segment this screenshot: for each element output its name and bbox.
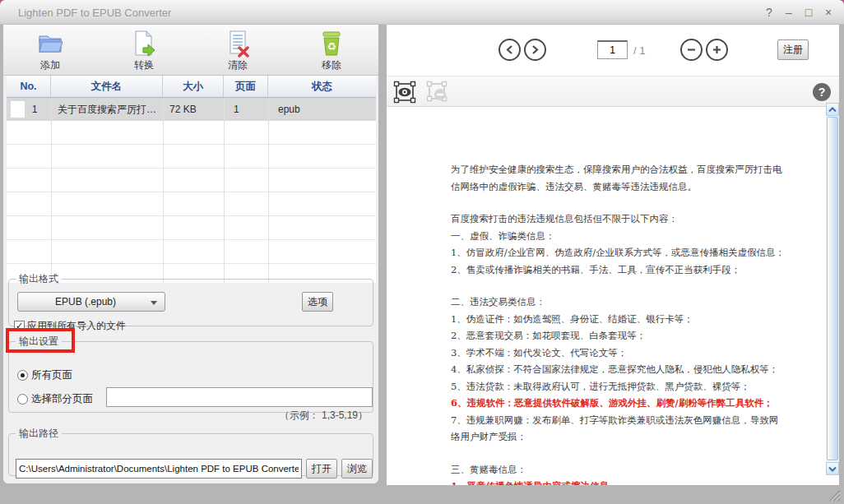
title-bar: Lighten PDF to EPUB Converter ? – □ × — [0, 0, 844, 25]
minimize-button[interactable]: – — [781, 4, 796, 21]
chevron-down-icon — [151, 301, 157, 305]
help-icon[interactable]: ? — [813, 83, 831, 101]
add-folder-icon — [35, 30, 65, 58]
document-line: 3、学术不端：如代发论文、代写论文等； — [451, 344, 780, 362]
output-path-input[interactable] — [16, 459, 302, 479]
document-line: 三、黄赌毒信息： — [451, 461, 780, 479]
column-separator — [224, 98, 225, 283]
output-path-group: 输出路径 打开 浏览 — [8, 427, 373, 476]
add-button[interactable]: 添加 — [3, 25, 97, 75]
radio-unselected-icon[interactable] — [17, 394, 28, 405]
document-line: 7、违规兼职网赚：发布刷单、打字等欺诈类兼职或违法灰色网赚信息，导致网 — [451, 412, 780, 429]
add-button-label: 添加 — [40, 58, 60, 72]
remove-icon: ♻ — [317, 30, 346, 58]
chevron-right-icon — [530, 44, 540, 55]
resize-grip-icon[interactable] — [828, 488, 841, 502]
document-line: 1、恶意传播色情诱导内容或擦边信息 — [451, 478, 780, 485]
remove-button-label: 移除 — [322, 58, 341, 72]
cell-status: epub — [268, 104, 376, 115]
preview-nav-bar: / 1 注册 — [387, 25, 839, 76]
table-row[interactable]: 1 关于百度搜索严厉打… 72 KB 1 epub — [7, 98, 376, 121]
column-header-filename: 文件名 — [51, 76, 163, 97]
column-header-status: 状态 — [268, 76, 376, 97]
page-range-example-hint: （示例： 1,3-5,19） — [280, 409, 368, 423]
all-pages-label: 所有页面 — [31, 368, 72, 382]
register-button[interactable]: 注册 — [777, 39, 809, 60]
cell-pages: 1 — [224, 104, 268, 115]
clear-button[interactable]: 清除 — [191, 25, 285, 75]
document-line: 百度搜索打击的违法违规信息包括但不限于以下内容： — [451, 210, 780, 228]
partial-pages-label: 选择部分页面 — [31, 392, 93, 406]
row-indicator — [11, 101, 25, 118]
page-range-input[interactable] — [106, 387, 373, 407]
eye-selection-icon — [393, 81, 416, 104]
cell-size: 72 KB — [163, 104, 224, 115]
output-format-group: 输出格式 EPUB (.epub) 选项 ✓ 应用到所有导入的文件 — [8, 272, 373, 326]
selection-toolbar: ? — [387, 76, 839, 107]
pdf-preview-page: 为了维护安全健康的搜索生态，保障搜索用户的合法权益，百度搜索严厉打击电信网络中的… — [387, 107, 826, 485]
document-line: 2、售卖或传播诈骗相关的书籍、手法、工具，宣传不正当获利手段； — [451, 261, 780, 279]
page-number-input[interactable] — [597, 40, 628, 59]
column-header-no: No. — [7, 76, 51, 97]
converter-panel: 添加 转换 — [3, 25, 378, 483]
page-total-label: / 1 — [633, 44, 645, 57]
zoom-out-button[interactable] — [680, 39, 703, 61]
clear-button-label: 清除 — [228, 58, 248, 72]
zoom-in-button[interactable] — [706, 39, 728, 61]
scroll-down-button[interactable] — [826, 462, 839, 475]
document-line: 5、违法贷款：未取得政府认可，进行无抵押贷款、黑户贷款、裸贷等； — [451, 378, 780, 395]
options-button[interactable]: 选项 — [302, 292, 333, 312]
preview-selection-button[interactable] — [393, 81, 416, 107]
window-bottom-frame — [0, 485, 844, 504]
convert-icon — [129, 30, 159, 58]
column-header-size: 大小 — [163, 76, 224, 97]
document-content: 为了维护安全健康的搜索生态，保障搜索用户的合法权益，百度搜索严厉打击电信网络中的… — [451, 161, 780, 485]
cell-filename: 关于百度搜索严厉打… — [51, 103, 163, 117]
window-controls: ? – □ × — [762, 4, 836, 21]
document-line: 1、仿冒政府/企业官网、伪造政府/企业联系方式等，或恶意传播相关虚假信息； — [451, 244, 780, 261]
app-window: Lighten PDF to EPUB Converter ? – □ × — [0, 0, 844, 504]
convert-button[interactable]: 转换 — [97, 25, 191, 75]
document-line: 2、恶意套现交易：如花呗套现、白条套现等； — [451, 327, 780, 344]
chevron-up-icon — [828, 107, 837, 113]
remove-button[interactable]: ♻ 移除 — [285, 25, 378, 75]
empty-rows-grid — [7, 121, 376, 283]
document-line: 二、违法交易类信息： — [451, 294, 780, 311]
format-dropdown[interactable]: EPUB (.epub) — [17, 292, 165, 312]
plus-icon — [712, 44, 722, 55]
document-line: 络用户财产受损； — [451, 428, 780, 446]
scroll-up-button[interactable] — [826, 103, 839, 116]
output-format-legend: 输出格式 — [16, 272, 62, 286]
convert-button-label: 转换 — [134, 58, 154, 72]
previous-page-button[interactable] — [499, 39, 521, 61]
column-separator — [51, 98, 52, 283]
minus-icon — [686, 44, 697, 55]
column-separator — [268, 98, 269, 283]
output-path-legend: 输出路径 — [16, 427, 62, 441]
main-toolbar: 添加 转换 — [3, 25, 378, 76]
radio-selected-icon[interactable] — [17, 370, 28, 381]
open-button[interactable]: 打开 — [306, 459, 337, 479]
next-page-button[interactable] — [524, 39, 546, 61]
file-table: No. 文件名 大小 页面 状态 1 关于百度搜索严厉打… 72 KB 1 ep… — [7, 76, 376, 283]
document-line: 1、伪造证件：如伪造驾照、身份证、结婚证、银行卡等； — [451, 311, 780, 328]
scrollbar-thumb[interactable] — [827, 117, 838, 460]
document-line: 4、私家侦探：不符合国家法律规定，恶意探究他人隐私，侵犯他人隐私权等； — [451, 361, 780, 378]
column-separator — [163, 98, 164, 283]
chevron-down-icon — [828, 466, 837, 472]
clear-icon — [223, 30, 253, 58]
help-window-button[interactable]: ? — [762, 4, 777, 21]
selection-minus-icon — [426, 81, 449, 104]
all-pages-radio-row[interactable]: 所有页面 — [17, 368, 72, 382]
maximize-button[interactable]: □ — [801, 4, 816, 21]
window-title: Lighten PDF to EPUB Converter — [18, 7, 171, 19]
partial-pages-radio-row[interactable]: 选择部分页面 — [17, 392, 93, 406]
browse-button[interactable]: 浏览 — [341, 459, 373, 479]
panel-divider — [378, 25, 387, 485]
remove-selection-button-disabled — [426, 81, 449, 107]
red-highlight-annotation — [6, 328, 75, 353]
file-table-header: No. 文件名 大小 页面 状态 — [7, 76, 376, 98]
close-button[interactable]: × — [821, 4, 836, 21]
vertical-scrollbar[interactable] — [826, 103, 839, 475]
svg-text:♻: ♻ — [327, 40, 336, 53]
